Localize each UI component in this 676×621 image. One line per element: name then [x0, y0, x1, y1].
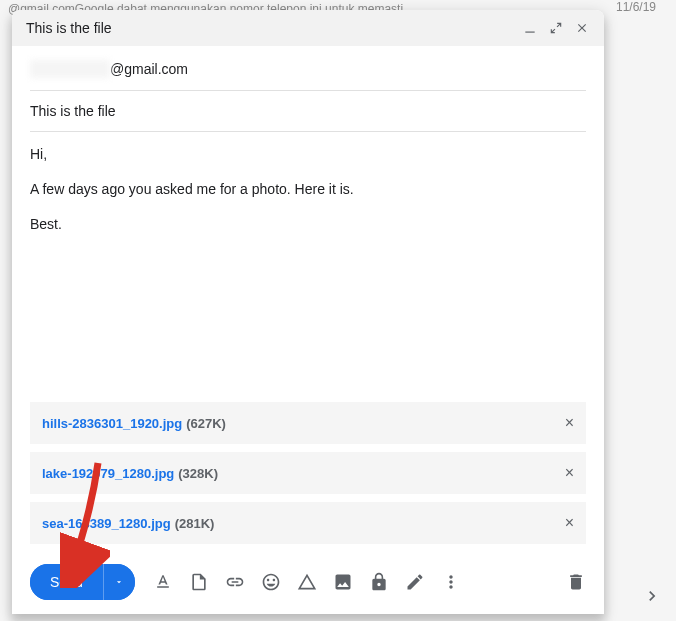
remove-attachment-button[interactable]: × — [565, 515, 574, 531]
body-line: A few days ago you asked me for a photo.… — [30, 181, 586, 197]
insert-emoji-icon[interactable] — [261, 572, 281, 592]
attachment-name: lake-192979_1280.jpg — [42, 466, 174, 481]
attachment-row[interactable]: hills-2836301_1920.jpg (627K) × — [30, 402, 586, 444]
attachments-list: hills-2836301_1920.jpg (627K) × lake-192… — [12, 402, 604, 544]
body-line: Best. — [30, 216, 586, 232]
send-button-group: Send — [30, 564, 135, 600]
close-button[interactable] — [574, 20, 590, 36]
compose-title: This is the file — [26, 20, 112, 36]
minimize-button[interactable] — [522, 20, 538, 36]
insert-drive-icon[interactable] — [297, 572, 317, 592]
expand-side-panel-button[interactable] — [642, 586, 662, 610]
body-line: Hi, — [30, 146, 586, 162]
message-body[interactable]: Hi, A few days ago you asked me for a ph… — [30, 132, 586, 402]
attachment-name: hills-2836301_1920.jpg — [42, 416, 182, 431]
attachment-size: (281K) — [175, 516, 215, 531]
insert-photo-icon[interactable] — [333, 572, 353, 592]
svg-rect-0 — [525, 32, 534, 33]
attach-file-icon[interactable] — [189, 572, 209, 592]
window-controls — [522, 20, 590, 36]
background-date: 11/6/19 — [616, 0, 656, 14]
send-options-button[interactable] — [103, 564, 135, 600]
attachment-size: (627K) — [186, 416, 226, 431]
discard-draft-icon[interactable] — [566, 572, 586, 592]
attachment-size: (328K) — [178, 466, 218, 481]
recipient-redacted — [30, 60, 110, 78]
confidential-mode-icon[interactable] — [369, 572, 389, 592]
remove-attachment-button[interactable]: × — [565, 465, 574, 481]
remove-attachment-button[interactable]: × — [565, 415, 574, 431]
compose-footer: Send — [12, 552, 604, 614]
formatting-options-icon[interactable] — [153, 572, 173, 592]
subject-field[interactable]: This is the file — [30, 91, 586, 132]
insert-signature-icon[interactable] — [405, 572, 425, 592]
attachment-row[interactable]: lake-192979_1280.jpg (328K) × — [30, 452, 586, 494]
more-options-icon[interactable] — [441, 572, 461, 592]
recipient-suffix: @gmail.com — [110, 61, 188, 77]
fullscreen-button[interactable] — [548, 20, 564, 36]
attachment-row[interactable]: sea-163389_1280.jpg (281K) × — [30, 502, 586, 544]
formatting-toolbar — [153, 572, 461, 592]
compose-header: This is the file — [12, 10, 604, 46]
compose-window: This is the file @gmail.com This is the … — [12, 10, 604, 614]
attachment-name: sea-163389_1280.jpg — [42, 516, 171, 531]
insert-link-icon[interactable] — [225, 572, 245, 592]
recipient-field[interactable]: @gmail.com — [30, 46, 586, 91]
send-button[interactable]: Send — [30, 564, 103, 600]
